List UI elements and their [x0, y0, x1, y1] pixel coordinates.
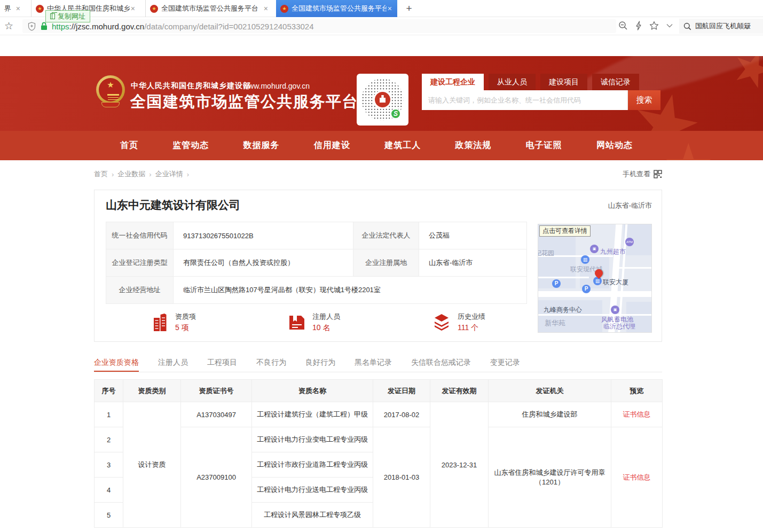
url-host: ://jzsc.mohurd.gov.cn [69, 22, 145, 31]
qr-center-logo [373, 90, 392, 109]
stat-value: 111 个 [458, 323, 485, 333]
nav-item-data-service[interactable]: 数据服务 [243, 140, 280, 151]
stat-history-performance: 历史业绩 111 个 [432, 312, 485, 333]
nav-item-credit[interactable]: 信用建设 [314, 140, 350, 151]
qr-code-icon[interactable] [654, 170, 662, 178]
site-favicon-icon: ★ [150, 5, 158, 13]
breadcrumb-company-data[interactable]: 企业数据 [117, 169, 145, 179]
tab-change-records[interactable]: 变更记录 [490, 354, 520, 372]
map-marker-supermarket-icon: ▣ [590, 245, 599, 253]
credit-code-value: 91371302675501022B [174, 222, 353, 249]
address-value: 临沂市兰山区陶然路107号星河晶都（联安）现代城1号楼2201室 [174, 277, 527, 304]
browser-tab-2[interactable]: ★ 全国建筑市场监管公共服务平台 × [145, 0, 273, 17]
breadcrumb-company-detail[interactable]: 企业详情 [155, 169, 183, 179]
map-label-garden: 纪花园 [538, 249, 554, 258]
qualification-table: 序号 资质类别 资质证书号 资质名称 发证日期 发证有效期 发证机关 预览 1 … [94, 379, 663, 528]
stat-qualifications: 资质项 5 项 [152, 312, 196, 333]
building-icon [152, 314, 168, 332]
authority-line-2: （1201） [489, 478, 611, 487]
tab-close-icon[interactable]: × [15, 4, 21, 13]
chevron-down-icon[interactable] [666, 23, 673, 28]
tab-title: 全国建筑市场监管公共服务平台 [161, 4, 263, 13]
nav-item-site-news[interactable]: 网站动态 [596, 140, 633, 151]
cell-authority: 山东省住房和城乡建设厅许可专用章 （1201） [489, 427, 611, 528]
cell-cert-no: A237009100 [181, 427, 252, 528]
cell-name: 工程设计电力行业送电工程专业丙级 [252, 478, 373, 503]
breadcrumb-separator: › [112, 170, 114, 178]
col-issue-date: 发证日期 [373, 380, 430, 402]
star-decoration: ★ [662, 131, 715, 160]
tab-dishonesty-records[interactable]: 失信联合惩戒记录 [411, 354, 471, 372]
browser-tab-active[interactable]: ★ 全国建筑市场监管公共服务平台 × [276, 0, 397, 17]
platform-title: 全国建筑市场监管公共服务平台 [130, 91, 358, 113]
address-label: 企业经营地址 [106, 277, 174, 304]
address-bar[interactable]: https://jzsc.mohurd.gov.cn/data/company/… [22, 19, 616, 33]
zoom-out-icon[interactable] [618, 21, 628, 30]
new-tab-button[interactable]: + [402, 1, 416, 16]
quick-search-text: 国航回应飞机颠簸 [695, 21, 751, 31]
tab-close-icon[interactable]: × [387, 4, 393, 13]
cell-no: 4 [95, 478, 123, 503]
lightning-icon[interactable] [635, 21, 642, 30]
nav-item-workers[interactable]: 建筑工人 [384, 140, 421, 151]
national-emblem-logo: ★ [96, 75, 125, 108]
tab-qualifications[interactable]: 企业资质资格 [94, 354, 139, 372]
nav-item-policy[interactable]: 政策法规 [455, 140, 491, 151]
bookmark-star-icon[interactable]: ☆ [4, 20, 13, 32]
location-map[interactable]: 点击可查看详情 ▣ 九州超市 ATM 纪花园 ▥ 联安现代城 ▥ 联安大厦 P … [538, 224, 652, 333]
nav-item-e-license[interactable]: 电子证照 [526, 140, 562, 151]
page-url[interactable]: https://jzsc.mohurd.gov.cn/data/company/… [52, 22, 314, 31]
company-name: 山东中元建筑设计有限公司 [106, 198, 240, 213]
tab-blacklist[interactable]: 黑名单记录 [355, 354, 392, 372]
certificate-info-link[interactable]: 证书信息 [611, 402, 663, 427]
mobile-view-label[interactable]: 手机查看 [623, 169, 650, 179]
legal-rep-value: 公茂福 [419, 222, 527, 249]
tab-title: 全国建筑市场监管公共服务平台 [292, 4, 387, 13]
quick-search-box[interactable]: 国航回应飞机颠簸 [679, 19, 763, 34]
map-tooltip[interactable]: 点击可查看详情 [539, 225, 591, 237]
stat-registered-personnel: 注册人员 10 名 [288, 312, 340, 333]
qr-code: S [357, 74, 408, 126]
cell-name: 工程设计市政行业道路工程专业丙级 [252, 452, 373, 478]
search-tab-enterprise[interactable]: 建设工程企业 [422, 74, 484, 90]
search-tab-personnel[interactable]: 从业人员 [489, 74, 536, 90]
company-stats: 资质项 5 项 注册人员 10 名 [95, 309, 538, 341]
cell-no: 2 [95, 427, 123, 452]
credit-code-label: 统一社会信用代码 [106, 222, 174, 249]
map-marker-atm-icon: ATM [625, 238, 634, 246]
cell-category: 设计资质 [123, 402, 181, 528]
tab-close-icon[interactable]: × [130, 4, 136, 13]
favorite-star-icon[interactable] [649, 21, 659, 30]
tab-registered-personnel[interactable]: 注册人员 [158, 354, 188, 372]
layers-icon [432, 314, 451, 331]
wechat-icon: S [390, 108, 401, 119]
breadcrumb-separator: › [187, 170, 189, 178]
authority-line-1: 山东省住房和城乡建设厅许可专用章 [489, 468, 611, 478]
col-cert-no: 资质证书号 [181, 380, 252, 402]
certificate-info-link[interactable]: 证书信息 [611, 427, 663, 528]
url-scheme: https [52, 22, 69, 31]
browser-tab-0[interactable]: 界 × [0, 0, 26, 17]
tab-good-behavior[interactable]: 良好行为 [305, 354, 335, 372]
cell-issue-date: 2018-01-03 [373, 427, 430, 528]
main-nav: ★ 首页 监管动态 数据服务 信用建设 建筑工人 政策法规 电子证照 网站动态 [0, 131, 763, 160]
url-path: /data/company/detail?id=0021052912405330… [144, 22, 313, 31]
search-tab-project[interactable]: 建设项目 [540, 74, 587, 90]
tab-bad-behavior[interactable]: 不良行为 [256, 354, 286, 372]
cell-no: 3 [95, 452, 123, 478]
site-header: ★ ★ ★ 中华人民共和国住房和城乡建设部 www.mohurd.gov.cn … [0, 56, 763, 131]
map-marker-parking-icon: P [582, 285, 591, 293]
lock-icon [41, 22, 48, 30]
nav-item-supervision[interactable]: 监管动态 [172, 140, 209, 151]
nav-item-home[interactable]: 首页 [120, 140, 138, 151]
tab-close-icon[interactable]: × [263, 4, 269, 13]
search-tab-credit[interactable]: 诚信记录 [592, 74, 639, 90]
copy-url-tooltip[interactable]: 复制网址 [45, 10, 90, 22]
cell-no: 5 [95, 503, 123, 528]
tab-projects[interactable]: 工程项目 [207, 354, 237, 372]
reg-place-label: 企业注册属地 [353, 249, 419, 277]
breadcrumb-home[interactable]: 首页 [94, 169, 108, 179]
cell-authority: 住房和城乡建设部 [489, 402, 611, 427]
search-button[interactable]: 搜索 [627, 90, 660, 110]
keyword-search-input[interactable] [422, 90, 627, 110]
